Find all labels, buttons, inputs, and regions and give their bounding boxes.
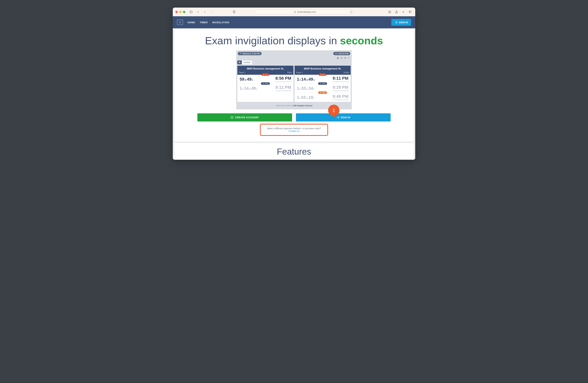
- nav-home[interactable]: HOME: [188, 21, 195, 24]
- browser-window: examdisplay.com HOME TIMER INVIGILATION: [173, 8, 415, 160]
- time-remaining: 1h 52m 19s: [297, 95, 315, 100]
- flag-icon: [240, 53, 242, 55]
- shield-icon[interactable]: [232, 10, 237, 14]
- minimize-window-button[interactable]: [179, 11, 182, 13]
- plus-box-icon: [231, 116, 233, 119]
- lock-icon: [294, 11, 296, 13]
- signin-main-label: SIGN IN: [341, 116, 350, 119]
- time-end: 9:29 PM 5' 9:24 PM 30' 8:59 PM: [333, 85, 348, 92]
- paper-label: Paper 1: [296, 72, 303, 74]
- downloads-icon[interactable]: [387, 10, 392, 14]
- end-time-detail: 5' 9:06 PM 30' 8:41 PM: [333, 81, 348, 82]
- paper-label: Paper 1: [239, 72, 246, 74]
- sidebar-toggle-button[interactable]: [189, 10, 194, 14]
- forward-button[interactable]: [209, 10, 214, 14]
- clock-pill: 7:56:34 PM: [333, 52, 350, 55]
- time-end: 9:11 PM 5' 9:06 PM 30' 8:41 PM: [275, 85, 291, 92]
- svg-rect-0: [190, 11, 192, 13]
- end-time-detail: 5' 9:43 PM 30' 9:18 PM: [333, 99, 348, 101]
- svg-rect-2: [294, 12, 296, 13]
- hero-title-accent: seconds: [340, 35, 383, 47]
- clock-text: 7:56:34 PM: [338, 52, 348, 55]
- end-time: 9:48 PM: [333, 94, 348, 99]
- exam-cards-row: IBDP Business management SL Paper 1 1h0m…: [237, 66, 351, 102]
- time-end: 8:56 PM 5' 8:51 PM 30' 8:26 PM: [275, 76, 291, 82]
- contrast-icon[interactable]: ◐: [337, 57, 339, 59]
- tabs-overview-icon[interactable]: [408, 10, 413, 14]
- contact-text: Need a different payment method, or purc…: [267, 127, 321, 130]
- refresh-icon[interactable]: [350, 11, 353, 13]
- started-pill: Started at 7:56 PM: [238, 52, 262, 55]
- browser-toolbar: examdisplay.com: [173, 8, 415, 16]
- ib-row: IB 242424: [237, 60, 351, 64]
- zoom-out-icon[interactable]: ⊖: [341, 57, 343, 59]
- ib-badge: IB: [237, 60, 242, 64]
- end-time-detail: 5' 9:24 PM 30' 8:59 PM: [333, 90, 348, 92]
- row-badge-end: ✋ End: [319, 73, 327, 76]
- annotation-marker: 1: [328, 105, 339, 116]
- row-badge-plus25: ⏱ +25%: [318, 82, 327, 85]
- end-time: 8:56 PM: [275, 76, 291, 81]
- started-text: Started at 7:56 PM: [242, 52, 260, 55]
- create-account-button[interactable]: CREATE ACCOUNT: [197, 113, 292, 121]
- hero-title: Exam invigilation displays in seconds: [178, 35, 410, 47]
- cta-row: CREATE ACCOUNT SIGN IN 1: [197, 113, 391, 121]
- demo-footer-school: Hill Heights School: [293, 104, 312, 107]
- card-title: IBDP Business management HL: [294, 66, 351, 72]
- url-text: examdisplay.com: [297, 10, 316, 13]
- time-remaining: 59m 49s: [240, 77, 253, 82]
- annotation-number: 1: [333, 108, 335, 113]
- signin-icon: [336, 116, 339, 119]
- exam-card: IBDP Business management HL Paper 1 1h15…: [294, 66, 351, 102]
- time-end: 9:48 PM 5' 9:43 PM 30' 9:18 PM: [333, 94, 348, 101]
- end-time-detail: 5' 8:51 PM 30' 8:26 PM: [275, 81, 291, 82]
- hero-section: Exam invigilation displays in seconds St…: [174, 30, 414, 142]
- page-content: Exam invigilation displays in seconds St…: [173, 30, 415, 158]
- end-time: 9:11 PM: [333, 76, 348, 81]
- duration-label: 1h15m: [343, 72, 349, 74]
- demo-preview: Started at 7:56 PM 7:56:34 PM ◐ ⊖ ⊕ ⤢ IB…: [236, 51, 352, 109]
- demo-controls: ◐ ⊖ ⊕ ⤢: [237, 56, 351, 60]
- features-section: Features: [174, 143, 414, 158]
- time-row: ⏱ +50% 1h 52m 19s 9:48 PM 5' 9:43 PM 30'…: [294, 93, 351, 102]
- row-badge-plus50: ⏱ +50%: [318, 91, 327, 94]
- time-remaining: 1h 14m 49s: [240, 86, 257, 91]
- clock-icon: [335, 53, 337, 55]
- fullscreen-icon[interactable]: ⤢: [348, 57, 350, 59]
- signin-label: SIGN IN: [399, 21, 408, 24]
- card-title: IBDP Business management SL: [237, 66, 294, 72]
- end-time-detail: 5' 9:06 PM 30' 8:41 PM: [275, 90, 291, 92]
- signin-icon: [394, 21, 398, 24]
- share-icon[interactable]: [394, 10, 399, 14]
- url-bar[interactable]: examdisplay.com: [256, 9, 354, 14]
- ib-code: 242424: [242, 60, 252, 64]
- new-tab-icon[interactable]: [401, 10, 406, 14]
- chevron-down-icon[interactable]: [195, 10, 200, 14]
- end-time: 9:29 PM: [333, 85, 348, 90]
- nav-invigilation[interactable]: INVIGILATION: [212, 21, 229, 24]
- exam-card: IBDP Business management SL Paper 1 1h0m…: [237, 66, 294, 102]
- time-remaining: 1h 33m 34s: [297, 86, 315, 91]
- contact-callout: Need a different payment method, or purc…: [260, 124, 328, 136]
- features-heading: Features: [174, 147, 414, 157]
- back-button[interactable]: [202, 10, 207, 14]
- maximize-window-button[interactable]: [183, 11, 185, 13]
- logo-icon[interactable]: [177, 20, 183, 25]
- demo-footer-prefix: Only to be used at: [276, 104, 293, 107]
- traffic-lights: [175, 11, 185, 13]
- end-time: 9:11 PM: [275, 85, 291, 90]
- signin-button-main[interactable]: SIGN IN: [296, 113, 391, 121]
- zoom-in-icon[interactable]: ⊕: [344, 57, 346, 59]
- hero-title-prefix: Exam invigilation displays in: [205, 35, 340, 47]
- close-window-button[interactable]: [175, 11, 178, 13]
- create-account-label: CREATE ACCOUNT: [235, 116, 259, 119]
- time-end: 9:11 PM 5' 9:06 PM 30' 8:41 PM: [333, 76, 348, 82]
- row-badge-plus25: ⏱ +25%: [261, 82, 270, 85]
- signin-button-top[interactable]: SIGN IN: [391, 19, 411, 26]
- contact-us-link[interactable]: Contact us: [289, 130, 299, 133]
- app-navbar: HOME TIMER INVIGILATION SIGN IN: [173, 16, 415, 28]
- time-row: ⏱ +25% 1h 14m 49s 9:11 PM 5' 9:06 PM 30'…: [237, 84, 294, 93]
- duration-label: 1h0m: [287, 72, 292, 74]
- nav-timer[interactable]: TIMER: [200, 21, 208, 24]
- svg-rect-8: [410, 11, 411, 13]
